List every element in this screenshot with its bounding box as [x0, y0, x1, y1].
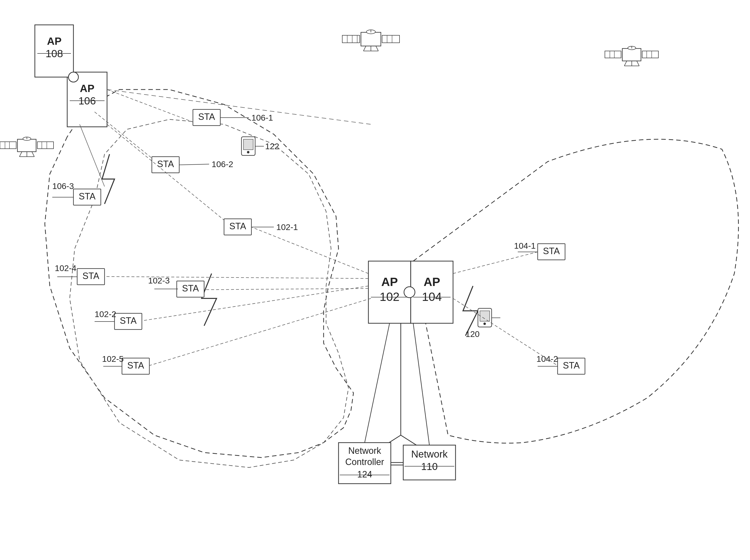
svg-text:STA: STA: [120, 315, 136, 326]
svg-rect-102: [37, 142, 54, 149]
svg-text:AP: AP: [424, 275, 440, 288]
svg-text:STA: STA: [127, 360, 144, 371]
svg-rect-68: [480, 311, 490, 321]
svg-rect-98: [17, 139, 36, 152]
sta-102-1-label: 102-1: [276, 222, 298, 232]
sta-104-1-label: 104-1: [514, 241, 536, 250]
svg-rect-88: [605, 51, 621, 58]
svg-rect-101: [0, 142, 16, 149]
sta-106-1-label: 106-1: [251, 113, 273, 122]
svg-rect-75: [382, 35, 399, 43]
svg-text:104: 104: [422, 290, 442, 303]
svg-rect-64: [243, 139, 253, 150]
svg-point-22: [68, 72, 78, 82]
network-diagram: AP 102 AP 104 AP 106 AP 108 STA 106-1 ST…: [0, 0, 750, 560]
sta-102-2-label: 102-2: [95, 309, 116, 319]
svg-text:STA: STA: [198, 112, 215, 122]
svg-text:STA: STA: [229, 221, 246, 231]
svg-text:STA: STA: [82, 271, 99, 281]
sta-102-5-label: 102-5: [102, 354, 124, 364]
sta-106-3-label: 106-3: [52, 181, 74, 191]
svg-point-69: [483, 323, 486, 325]
svg-text:AP: AP: [80, 83, 94, 94]
svg-text:STA: STA: [563, 360, 579, 371]
sta-106-2-label: 106-2: [212, 160, 233, 169]
svg-text:STA: STA: [543, 246, 559, 256]
device-122-label: 122: [265, 142, 279, 151]
device-120-label: 120: [466, 329, 480, 339]
network-line1: Network: [411, 449, 448, 459]
svg-text:STA: STA: [79, 191, 95, 202]
svg-text:AP: AP: [381, 275, 398, 288]
svg-rect-71: [361, 32, 381, 46]
network-controller-line2: Controller: [345, 457, 384, 467]
svg-point-13: [404, 287, 415, 298]
network-controller-number: 124: [357, 469, 372, 479]
svg-text:102: 102: [380, 290, 399, 303]
svg-text:AP: AP: [47, 35, 61, 47]
svg-text:STA: STA: [182, 283, 199, 293]
sta-102-4-label: 102-4: [55, 263, 76, 273]
svg-text:STA: STA: [157, 159, 174, 169]
svg-rect-85: [622, 48, 641, 61]
svg-rect-89: [642, 51, 658, 58]
svg-point-65: [247, 151, 250, 153]
network-controller-line1: Network: [348, 445, 381, 456]
